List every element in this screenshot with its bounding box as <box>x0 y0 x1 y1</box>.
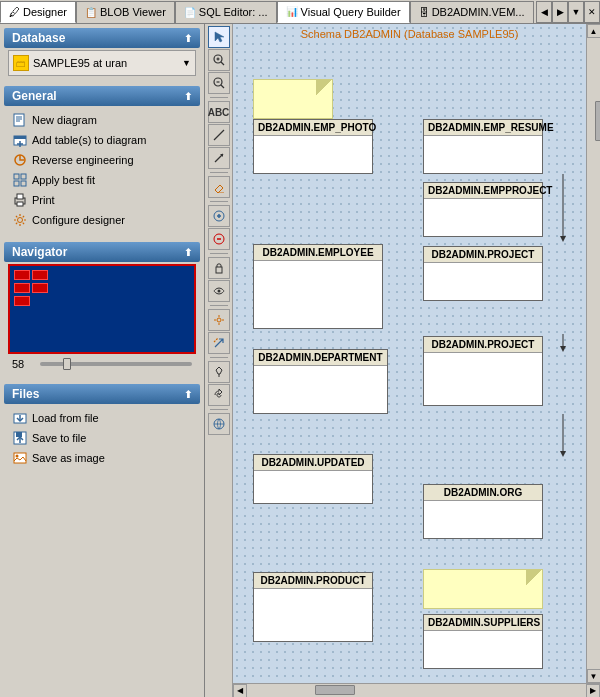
table-project-2[interactable]: DB2ADMIN.PROJECT <box>423 336 543 406</box>
table-department[interactable]: DB2ADMIN.DEPARTMENT <box>253 349 388 414</box>
svg-rect-14 <box>17 194 23 199</box>
tab-designer[interactable]: 🖊 Designer <box>0 1 76 23</box>
tool-zoom-out[interactable] <box>208 72 230 94</box>
db-selector[interactable]: 🗃 SAMPLE95 at uran ▼ <box>8 50 196 76</box>
tool-text[interactable]: ABC <box>208 101 230 123</box>
svg-rect-11 <box>14 181 19 186</box>
tab-blob-viewer[interactable]: 📋 BLOB Viewer <box>76 1 175 23</box>
tool-zoom-in[interactable] <box>208 49 230 71</box>
horizontal-scrollbar: ◀ ▶ <box>233 683 600 697</box>
table-suppliers[interactable]: DB2ADMIN.SUPPLIERS <box>423 614 543 669</box>
main-area: Database ⬆ 🗃 SAMPLE95 at uran ▼ General … <box>0 24 600 697</box>
menu-item-load[interactable]: Load from file <box>8 408 196 428</box>
general-collapse-btn[interactable]: ⬆ <box>184 91 192 102</box>
nav-thumbnail[interactable] <box>8 264 196 354</box>
table-org-body <box>424 501 542 531</box>
tab-sql-editor[interactable]: 📄 SQL Editor: ... <box>175 1 277 23</box>
nav-zoom-slider[interactable] <box>40 362 192 366</box>
db-selector-label: SAMPLE95 at uran <box>33 57 178 69</box>
tool-magic[interactable] <box>208 332 230 354</box>
canvas-content[interactable]: Schema DB2ADMIN (Database SAMPLE95) <box>233 24 586 683</box>
general-menu-items: New diagram Add table(s) to diagram Reve… <box>4 106 200 234</box>
tool-pin[interactable] <box>208 361 230 383</box>
db-icon: 🗄 <box>419 7 429 18</box>
canvas-wrapper: ABC <box>205 24 600 697</box>
tool-globe[interactable] <box>208 413 230 435</box>
table-emp-resume-body <box>424 136 542 166</box>
tool-remove[interactable] <box>208 228 230 250</box>
table-employee[interactable]: DB2ADMIN.EMPLOYEE <box>253 244 383 329</box>
database-collapse-btn[interactable]: ⬆ <box>184 33 192 44</box>
tool-settings[interactable] <box>208 309 230 331</box>
menu-item-save[interactable]: Save to file <box>8 428 196 448</box>
table-updated-body <box>254 471 372 501</box>
menu-item-reverse[interactable]: Reverse engineering <box>8 150 196 170</box>
files-section: Files ⬆ Load from file Save to file <box>4 384 200 472</box>
tab-visual-query-builder[interactable]: 📊 Visual Query Builder <box>277 1 410 23</box>
save-icon <box>12 430 28 446</box>
table-empproject-header: DB2ADMIN.EMPPROJECT <box>424 183 542 199</box>
nav-zoom-control: 58 <box>8 354 196 374</box>
v-scroll-thumb[interactable] <box>595 101 601 141</box>
tab-db2admin[interactable]: 🗄 DB2ADMIN.VEM... <box>410 1 534 23</box>
navigator-section-header: Navigator ⬆ <box>4 242 200 262</box>
tool-cursor[interactable] <box>208 26 230 48</box>
vertical-scrollbar: ▲ ▼ <box>586 24 600 683</box>
table-emp-resume[interactable]: DB2ADMIN.EMP_RESUME <box>423 119 543 174</box>
scroll-left-btn[interactable]: ◀ <box>233 684 247 698</box>
toolbar-sep-1 <box>210 97 228 98</box>
general-section: General ⬆ New diagram Add table(s) to di… <box>4 86 200 234</box>
table-product-header: DB2ADMIN.PRODUCT <box>254 573 372 589</box>
h-scroll-thumb[interactable] <box>315 685 355 695</box>
db-selector-icon: 🗃 <box>13 55 29 71</box>
navigator-collapse-btn[interactable]: ⬆ <box>184 247 192 258</box>
vqb-icon: 📊 <box>286 6 298 17</box>
tab-close[interactable]: ✕ <box>584 1 600 23</box>
table-org[interactable]: DB2ADMIN.ORG <box>423 484 543 539</box>
h-scroll-track[interactable] <box>247 684 586 697</box>
navigator-content: 58 <box>8 264 196 374</box>
tool-line[interactable] <box>208 124 230 146</box>
db-selector-arrow[interactable]: ▼ <box>182 58 191 68</box>
tool-rotate[interactable] <box>208 384 230 406</box>
print-icon <box>12 192 28 208</box>
tab-menu[interactable]: ▼ <box>568 1 584 23</box>
svg-rect-15 <box>17 202 23 206</box>
menu-item-apply-best-fit[interactable]: Apply best fit <box>8 170 196 190</box>
svg-rect-39 <box>216 267 222 273</box>
table-emp-photo[interactable]: DB2ADMIN.EMP_PHOTO <box>253 119 373 174</box>
files-collapse-btn[interactable]: ⬆ <box>184 389 192 400</box>
table-empproject[interactable]: DB2ADMIN.EMPPROJECT <box>423 182 543 237</box>
table-updated[interactable]: DB2ADMIN.UPDATED <box>253 454 373 504</box>
table-project-1[interactable]: DB2ADMIN.PROJECT <box>423 246 543 301</box>
menu-item-save-image[interactable]: Save as image <box>8 448 196 468</box>
tool-eraser[interactable] <box>208 176 230 198</box>
menu-item-print[interactable]: Print <box>8 190 196 210</box>
table-department-header: DB2ADMIN.DEPARTMENT <box>254 350 387 366</box>
load-from-file-label: Load from file <box>32 412 99 424</box>
tool-lock[interactable] <box>208 257 230 279</box>
table-product[interactable]: DB2ADMIN.PRODUCT <box>253 572 373 642</box>
scroll-up-btn[interactable]: ▲ <box>587 24 601 38</box>
left-panel: Database ⬆ 🗃 SAMPLE95 at uran ▼ General … <box>0 24 205 697</box>
svg-rect-10 <box>21 174 26 179</box>
tab-scroll-left[interactable]: ◀ <box>536 1 552 23</box>
svg-line-27 <box>221 62 224 65</box>
navigator-title: Navigator <box>12 245 67 259</box>
scroll-right-btn[interactable]: ▶ <box>586 684 600 698</box>
table-suppliers-header: DB2ADMIN.SUPPLIERS <box>424 615 542 631</box>
menu-item-add-table[interactable]: Add table(s) to diagram <box>8 130 196 150</box>
menu-item-configure[interactable]: Configure designer <box>8 210 196 230</box>
schema-label: Schema DB2ADMIN (Database SAMPLE95) <box>233 28 586 40</box>
save-as-image-label: Save as image <box>32 452 105 464</box>
note-1[interactable] <box>253 79 333 119</box>
tab-scroll-right[interactable]: ▶ <box>552 1 568 23</box>
tool-eye[interactable] <box>208 280 230 302</box>
note-2[interactable] <box>423 569 543 609</box>
note-fold-2 <box>526 570 542 586</box>
tool-add[interactable] <box>208 205 230 227</box>
tool-arrow[interactable] <box>208 147 230 169</box>
scroll-down-btn[interactable]: ▼ <box>587 669 601 683</box>
svg-line-30 <box>221 85 224 88</box>
menu-item-new-diagram[interactable]: New diagram <box>8 110 196 130</box>
